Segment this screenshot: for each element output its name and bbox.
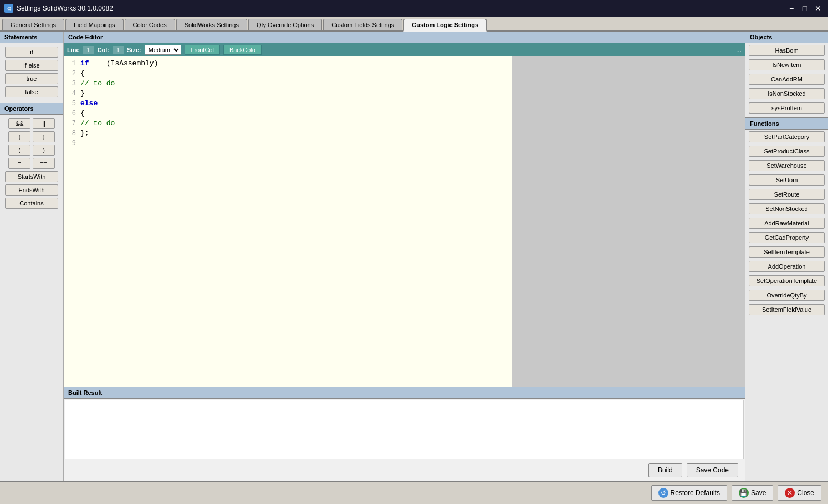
tab-custom-logic[interactable]: Custom Logic Settings: [403, 19, 487, 32]
code-area-wrapper: 1 if (IsAssembly) 2 { 3 // to do 4 } 5: [64, 56, 745, 387]
minimize-button[interactable]: −: [786, 3, 797, 14]
left-panel: Statements if if-else true false Operato…: [0, 32, 64, 481]
code-line-9: 9: [64, 138, 512, 148]
object-hasbom[interactable]: HasBom: [749, 45, 825, 56]
restore-defaults-button[interactable]: ↺ Restore Defaults: [651, 485, 727, 501]
save-label: Save: [751, 489, 766, 497]
and-operator-button[interactable]: &&: [8, 118, 30, 129]
title-bar-left: ⚙ Settings SolidWorks 30.1.0.0082: [4, 4, 113, 13]
line-num-6: 6: [64, 109, 80, 119]
code-editor-area[interactable]: 1 if (IsAssembly) 2 { 3 // to do 4 } 5: [64, 56, 512, 387]
editor-toolbar: Line 1 Col: 1 Size: Small Medium Large F…: [64, 43, 745, 56]
double-equals-button[interactable]: ==: [33, 158, 55, 169]
equals-button[interactable]: =: [8, 158, 30, 169]
tab-custom-fields[interactable]: Custom Fields Settings: [323, 19, 402, 30]
footer-bar: ↺ Restore Defaults 💾 Save ✕ Close: [0, 481, 828, 504]
size-label: Size:: [127, 47, 141, 53]
code-line-8: 8 };: [64, 128, 512, 138]
object-sysproitem[interactable]: sysProItem: [749, 102, 825, 114]
maximize-button[interactable]: □: [799, 3, 810, 14]
operators-header: Operators: [0, 103, 63, 115]
window-title: Settings SolidWorks 30.1.0.0082: [17, 4, 113, 12]
close-window-button[interactable]: ✕: [812, 3, 824, 14]
restore-icon: ↺: [658, 488, 668, 498]
window-controls: − □ ✕: [786, 3, 824, 14]
line-content-1: if (IsAssembly): [80, 59, 512, 69]
code-line-7: 7 // to do: [64, 119, 512, 128]
line-content-6: {: [80, 109, 512, 119]
or-operator-button[interactable]: ||: [33, 118, 55, 129]
line-num-7: 7: [64, 119, 80, 128]
fn-setnonstocked[interactable]: SetNonStocked: [749, 203, 825, 214]
line-label: Line: [67, 47, 80, 53]
center-panel: Code Editor Line 1 Col: 1 Size: Small Me…: [64, 32, 745, 481]
object-canaddrm[interactable]: CanAddRM: [749, 74, 825, 85]
line-num-3: 3: [64, 79, 80, 89]
code-line-2: 2 {: [64, 69, 512, 79]
line-content-7: // to do: [80, 119, 512, 128]
save-button[interactable]: 💾 Save: [732, 485, 773, 501]
fn-addrawmaterial[interactable]: AddRawMaterial: [749, 218, 825, 229]
tab-color-codes[interactable]: Color Codes: [125, 19, 175, 30]
open-brace-button[interactable]: {: [8, 131, 30, 142]
built-result-area[interactable]: [65, 400, 744, 461]
save-icon: 💾: [739, 488, 749, 498]
fn-setoperationtemplate[interactable]: SetOperationTemplate: [749, 275, 825, 286]
tab-general-settings[interactable]: General Settings: [2, 19, 64, 30]
line-content-3: // to do: [80, 79, 512, 89]
back-col-tab[interactable]: BackColo: [223, 45, 262, 55]
code-editor-title: Code Editor: [68, 34, 103, 40]
false-button[interactable]: false: [5, 86, 58, 97]
object-isnewitem[interactable]: IsNewItem: [749, 59, 825, 70]
tab-qty-override[interactable]: Qty Override Options: [248, 19, 322, 30]
fn-setpartcategory[interactable]: SetPartCategory: [749, 131, 825, 142]
col-value: 1: [113, 46, 124, 54]
objects-header: Objects: [745, 32, 828, 43]
fn-setitemtemplate[interactable]: SetItemTemplate: [749, 246, 825, 258]
line-num-4: 4: [64, 89, 80, 99]
fn-setwarehouse[interactable]: SetWarehouse: [749, 160, 825, 171]
built-result-header: Built Result: [64, 387, 745, 399]
contains-button[interactable]: Contains: [5, 198, 58, 209]
title-bar: ⚙ Settings SolidWorks 30.1.0.0082 − □ ✕: [0, 0, 828, 17]
close-brace-button[interactable]: }: [33, 131, 55, 142]
build-button[interactable]: Build: [648, 463, 682, 477]
font-size-select[interactable]: Small Medium Large: [145, 45, 181, 55]
if-button[interactable]: if: [5, 47, 58, 58]
fn-getcadproperty[interactable]: GetCadProperty: [749, 232, 825, 243]
front-col-tab[interactable]: FrontCol: [185, 45, 220, 55]
line-num-2: 2: [64, 69, 80, 79]
close-button[interactable]: ✕ Close: [778, 485, 821, 501]
close-paren-button[interactable]: ): [33, 145, 55, 156]
bottom-action-bar: Build Save Code: [64, 459, 745, 481]
code-right-empty: [512, 56, 745, 387]
starts-with-button[interactable]: StartsWith: [5, 171, 58, 182]
tab-field-mappings[interactable]: Field Mappings: [65, 19, 124, 30]
fn-setproductclass[interactable]: SetProductClass: [749, 146, 825, 157]
true-button[interactable]: true: [5, 73, 58, 84]
fn-setitemfieldvalue[interactable]: SetItemFieldValue: [749, 304, 825, 315]
tab-solidworks-settings[interactable]: SolidWorks Settings: [176, 19, 247, 30]
code-line-1: 1 if (IsAssembly): [64, 59, 512, 69]
line-content-8: };: [80, 128, 512, 138]
fn-setroute[interactable]: SetRoute: [749, 189, 825, 200]
right-panel: Objects HasBom IsNewItem CanAddRM IsNonS…: [745, 32, 828, 481]
col-label: Col:: [98, 47, 109, 53]
code-line-6: 6 {: [64, 109, 512, 119]
line-num-5: 5: [64, 99, 80, 109]
operators-buttons: && || { } ( ) = == StartsWith EndsWith C…: [0, 115, 63, 212]
line-content-5: else: [80, 99, 512, 109]
ends-with-button[interactable]: EndsWith: [5, 184, 58, 196]
if-else-button[interactable]: if-else: [5, 60, 58, 71]
statements-header: Statements: [0, 32, 63, 43]
fn-setuom[interactable]: SetUom: [749, 174, 825, 186]
close-label: Close: [797, 489, 814, 497]
open-paren-button[interactable]: (: [8, 145, 30, 156]
object-isnonstocked[interactable]: IsNonStocked: [749, 88, 825, 99]
code-editor-header: Code Editor: [64, 32, 745, 43]
save-code-button[interactable]: Save Code: [687, 463, 738, 477]
restore-defaults-label: Restore Defaults: [671, 489, 720, 497]
fn-addoperation[interactable]: AddOperation: [749, 261, 825, 272]
line-content-2: {: [80, 69, 512, 79]
fn-overrideqtyby[interactable]: OverrideQtyBy: [749, 290, 825, 301]
